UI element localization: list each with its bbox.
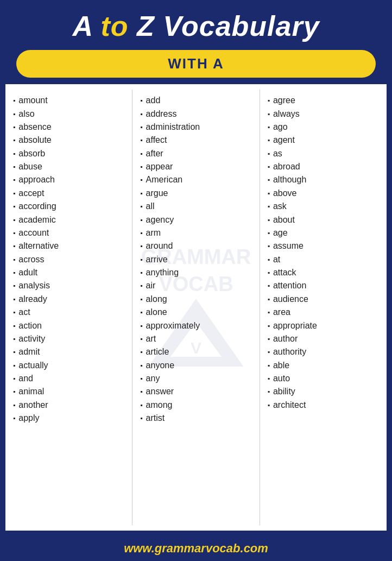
list-item: actually bbox=[13, 359, 127, 372]
header: A to Z Vocabulary bbox=[0, 0, 392, 50]
list-item: alternative bbox=[13, 239, 127, 253]
list-item: account bbox=[13, 226, 127, 239]
title-to: to bbox=[100, 10, 128, 42]
list-item: at bbox=[268, 253, 381, 266]
list-item: administration bbox=[140, 121, 254, 134]
list-item: animal bbox=[13, 385, 127, 398]
list-item: apply bbox=[13, 412, 127, 425]
list-item: admit bbox=[13, 345, 127, 358]
footer: www.grammarvocab.com bbox=[0, 536, 392, 561]
list-item: affect bbox=[140, 134, 254, 147]
column-1: amountalsoabsenceabsoluteabsorbabuseappr… bbox=[5, 90, 132, 525]
list-item: action bbox=[13, 319, 127, 332]
list-item: air bbox=[140, 279, 254, 292]
list-item: arm bbox=[140, 226, 254, 239]
list-item: author bbox=[268, 332, 381, 345]
footer-url-end: .com bbox=[241, 541, 268, 555]
list-item: auto bbox=[268, 372, 381, 385]
list-item: answer bbox=[140, 385, 254, 398]
list-item: across bbox=[13, 253, 127, 266]
list-item: around bbox=[140, 239, 254, 253]
list-item: address bbox=[140, 107, 254, 120]
list-item: absolute bbox=[13, 134, 127, 147]
list-item: appear bbox=[140, 160, 254, 173]
list-item: authority bbox=[268, 345, 381, 358]
list-item: always bbox=[268, 107, 381, 120]
list-item: amount bbox=[13, 94, 127, 107]
main-title: A to Z Vocabulary bbox=[11, 10, 381, 42]
list-item: American bbox=[140, 173, 254, 186]
list-item: above bbox=[268, 187, 381, 200]
word-list-3: agreealwaysagoagentasabroadalthoughabove… bbox=[268, 94, 381, 412]
list-item: after bbox=[140, 147, 254, 160]
subtitle-text: WITH A bbox=[168, 55, 224, 72]
list-item: according bbox=[13, 200, 127, 213]
list-item: about bbox=[268, 213, 381, 226]
list-item: as bbox=[268, 147, 381, 160]
list-item: absence bbox=[13, 121, 127, 134]
list-item: age bbox=[268, 226, 381, 239]
list-item: another bbox=[13, 399, 127, 412]
list-item: appropriate bbox=[268, 319, 381, 332]
word-list-2: addaddressadministrationaffectafterappea… bbox=[140, 94, 254, 425]
list-item: art bbox=[140, 332, 254, 345]
column-3: agreealwaysagoagentasabroadalthoughabove… bbox=[260, 90, 387, 525]
list-item: approach bbox=[13, 173, 127, 186]
list-item: able bbox=[268, 359, 381, 372]
list-item: alone bbox=[140, 306, 254, 319]
list-item: adult bbox=[13, 266, 127, 279]
word-columns: amountalsoabsenceabsoluteabsorbabuseappr… bbox=[5, 84, 387, 531]
list-item: agent bbox=[268, 134, 381, 147]
list-item: already bbox=[13, 293, 127, 306]
list-item: ask bbox=[268, 200, 381, 213]
list-item: abuse bbox=[13, 160, 127, 173]
list-item: also bbox=[13, 107, 127, 120]
list-item: attention bbox=[268, 279, 381, 292]
column-2: addaddressadministrationaffectafterappea… bbox=[132, 90, 260, 525]
list-item: although bbox=[268, 173, 381, 186]
list-item: article bbox=[140, 345, 254, 358]
list-item: agency bbox=[140, 213, 254, 226]
list-item: any bbox=[140, 372, 254, 385]
list-item: anything bbox=[140, 266, 254, 279]
subtitle-banner: WITH A bbox=[16, 50, 376, 78]
list-item: architect bbox=[268, 399, 381, 412]
title-z-vocab: Z Vocabulary bbox=[129, 10, 320, 42]
list-item: approximately bbox=[140, 319, 254, 332]
footer-url-highlight: grammarvocab bbox=[155, 541, 241, 555]
list-item: among bbox=[140, 399, 254, 412]
list-item: activity bbox=[13, 332, 127, 345]
list-item: accept bbox=[13, 187, 127, 200]
list-item: abroad bbox=[268, 160, 381, 173]
list-item: absorb bbox=[13, 147, 127, 160]
list-item: analysis bbox=[13, 279, 127, 292]
list-item: add bbox=[140, 94, 254, 107]
list-item: assume bbox=[268, 239, 381, 253]
list-item: area bbox=[268, 306, 381, 319]
footer-url: www.grammarvocab.com bbox=[0, 541, 392, 556]
list-item: act bbox=[13, 306, 127, 319]
title-a: A bbox=[72, 10, 100, 42]
list-item: audience bbox=[268, 293, 381, 306]
list-item: anyone bbox=[140, 359, 254, 372]
list-item: argue bbox=[140, 187, 254, 200]
list-item: and bbox=[13, 372, 127, 385]
list-item: ago bbox=[268, 121, 381, 134]
list-item: agree bbox=[268, 94, 381, 107]
list-item: all bbox=[140, 200, 254, 213]
list-item: academic bbox=[13, 213, 127, 226]
word-list-1: amountalsoabsenceabsoluteabsorbabuseappr… bbox=[13, 94, 127, 425]
list-item: ability bbox=[268, 385, 381, 398]
list-item: arrive bbox=[140, 253, 254, 266]
footer-url-plain: www. bbox=[124, 541, 155, 555]
list-item: attack bbox=[268, 266, 381, 279]
content-area: GRAMMAR VOCAB V amountalsoabsenceabsolut… bbox=[4, 83, 388, 532]
list-item: along bbox=[140, 293, 254, 306]
list-item: artist bbox=[140, 412, 254, 425]
